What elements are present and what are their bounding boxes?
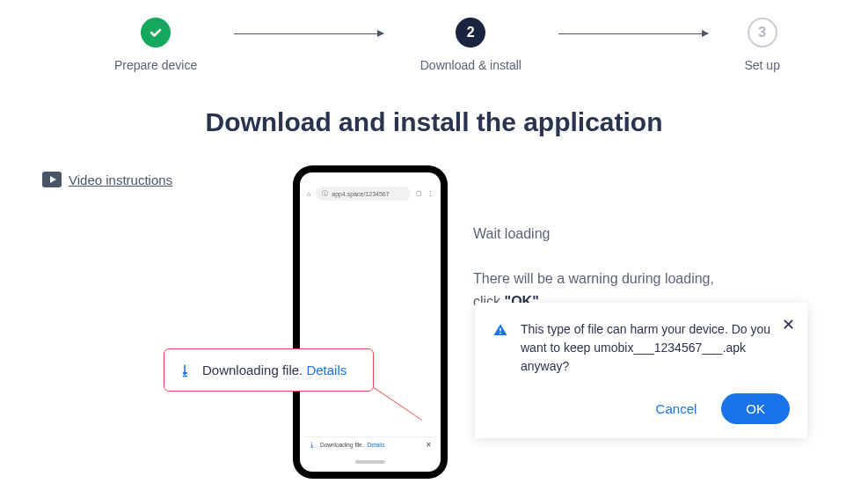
phone-downloading-label: Downloading file. [320,442,364,448]
callout-details-link[interactable]: Details [306,363,346,377]
phone-url-bar: ⌂ ⓘ app4.space/1234567 ▢ ⋮ [300,183,441,204]
step-circle-complete [141,18,171,48]
phone-screen: ⌂ ⓘ app4.space/1234567 ▢ ⋮ ⭳ Downloading… [300,172,441,472]
stepper: Prepare device 2 Download & install 3 Se… [0,0,868,72]
video-instructions-link[interactable]: Video instructions [42,172,172,187]
nav-pill-icon [355,460,385,464]
warning-actions: Cancel OK [492,393,790,424]
svg-rect-1 [500,333,501,334]
warning-dialog: ✕ This type of file can harm your device… [475,303,807,438]
step-set-up[interactable]: 3 Set up [744,18,779,72]
step-label: Set up [744,58,779,72]
svg-rect-0 [500,328,501,332]
close-button[interactable]: ✕ [782,315,795,334]
ok-button[interactable]: OK [721,393,790,424]
tab-count-icon: ▢ [416,190,422,197]
menu-dots-icon: ⋮ [427,190,434,197]
info-icon: ⓘ [322,189,328,198]
phone-url-input: ⓘ app4.space/1234567 [316,187,411,201]
video-link-label: Video instructions [69,172,172,187]
play-icon [42,172,62,187]
instructions-text: Wait loading There will be a warning dur… [473,223,719,312]
phone-url-text: app4.space/1234567 [332,191,389,197]
phone-mockup: ⌂ ⓘ app4.space/1234567 ▢ ⋮ ⭳ Downloading… [293,165,448,479]
close-icon: ✕ [426,441,432,449]
arrow-icon [234,33,383,34]
step-label: Download & install [420,58,522,72]
step-circle-pending: 3 [748,18,777,48]
warning-triangle-icon [492,322,508,338]
download-icon: ⭳ [309,441,316,449]
downloading-callout: ⭳ Downloading file. Details [164,348,374,392]
step-download-install[interactable]: 2 Download & install [420,18,522,72]
cancel-button[interactable]: Cancel [656,401,697,416]
warning-message: This type of file can harm your device. … [521,320,790,376]
callout-downloading-label: Downloading file. [202,363,303,377]
step-label: Prepare device [114,58,197,72]
phone-nav-bar [300,454,441,470]
phone-details-link: Details [368,442,385,448]
download-icon: ⭳ [179,363,192,377]
check-icon [149,26,163,40]
home-icon: ⌂ [307,191,310,197]
phone-download-bar: ⭳ Downloading file. Details ✕ [304,436,436,452]
step-circle-active: 2 [456,18,485,48]
instructions-line1: Wait loading [473,223,719,246]
step-prepare-device[interactable]: Prepare device [114,18,197,72]
arrow-icon [558,33,708,34]
page-title: Download and install the application [0,107,868,137]
